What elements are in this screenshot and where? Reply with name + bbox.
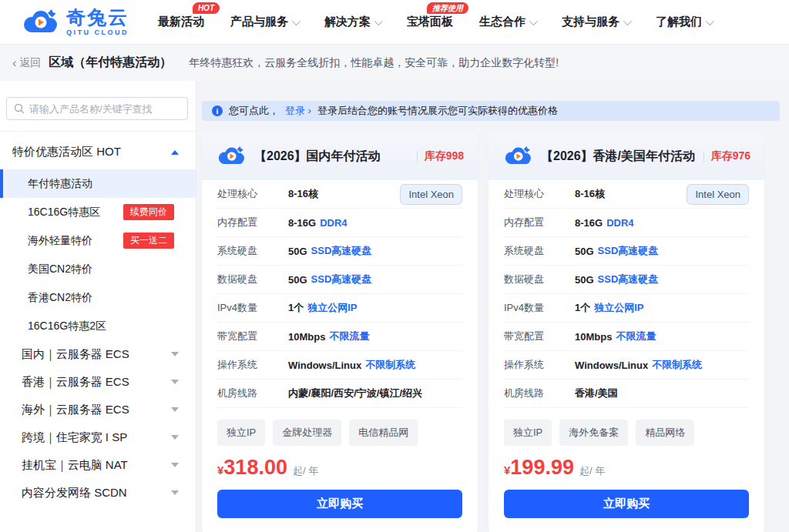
- menu-group-label: 香港｜云服务器 ECS: [22, 375, 129, 390]
- nav-item-about-us[interactable]: 了解我们: [656, 15, 712, 29]
- cloud-logo-icon: [216, 146, 247, 167]
- sidebar-group-domestic-ecs[interactable]: 国内｜云服务器 ECS: [0, 340, 196, 368]
- spec-label: 处理核心: [217, 187, 288, 201]
- product-search[interactable]: [6, 97, 188, 120]
- buy-now-button[interactable]: 立即购买: [504, 490, 749, 518]
- cpu-brand-badge: Intel Xeon: [687, 184, 749, 205]
- hot-badge: HOT: [193, 2, 220, 14]
- nav-item-support[interactable]: 支持与服务: [562, 15, 630, 29]
- feature-tag: 精品网络: [636, 420, 694, 446]
- search-icon: [14, 103, 25, 114]
- card-title: 【2026】香港/美国年付活动: [541, 149, 695, 165]
- nav-item-latest-activity[interactable]: 最新活动 HOT: [158, 15, 204, 29]
- top-navigation: 奇兔云 QITU CLOUD 最新活动 HOT 产品与服务 解决方案 宝塔面板 …: [0, 0, 789, 45]
- spec-label: 系统硬盘: [217, 244, 288, 258]
- spec-label: 内存配置: [217, 216, 288, 229]
- sidebar-item-16c16g-zone2[interactable]: 16C16G特惠2区: [0, 312, 196, 340]
- nav-item-products[interactable]: 产品与服务: [230, 15, 298, 29]
- nav-item-bt-panel[interactable]: 宝塔面板 推荐使用: [407, 15, 453, 29]
- spec-label: 处理核心: [504, 187, 575, 201]
- caret-up-icon: [171, 150, 179, 155]
- spec-label: IPv4数量: [217, 301, 288, 315]
- spec-value: 50G: [288, 274, 307, 286]
- feature-tag: 金牌处理器: [273, 420, 341, 446]
- spec-row-datacenter: 机房线路 香港/美国: [504, 380, 749, 408]
- page-subtitle: 年终特惠狂欢，云服务全线折扣，性能卓越，安全可靠，助力企业数字化转型!: [189, 56, 559, 70]
- section-header-label: 特价优惠活动区 HOT: [12, 145, 121, 159]
- spec-highlight: 独立公网IP: [594, 301, 643, 315]
- sidebar-item-overseas-lite[interactable]: 海外轻量特价 买一送二: [0, 226, 196, 255]
- spec-value: 8-16G: [288, 217, 316, 229]
- search-input[interactable]: [29, 103, 180, 115]
- spec-row-memory: 内存配置 8-16G DDR4: [217, 209, 462, 237]
- spec-highlight: 独立公网IP: [307, 301, 357, 315]
- caret-down-icon: [171, 490, 179, 495]
- spec-label: 带宽配置: [217, 330, 288, 343]
- sidebar-item-us-cn2[interactable]: 美国CN2特价: [0, 255, 196, 283]
- breadcrumb: ‹ 返回 区域（年付特惠活动） 年终特惠狂欢，云服务全线折扣，性能卓越，安全可靠…: [0, 45, 789, 81]
- price-unit: 起/ 年: [579, 464, 605, 478]
- spec-label: 内存配置: [504, 216, 575, 229]
- spec-label: 机房线路: [217, 386, 288, 400]
- page: 奇兔云 QITU CLOUD 最新活动 HOT 产品与服务 解决方案 宝塔面板 …: [0, 0, 789, 532]
- spec-row-os: 操作系统 Windows/Linux 不限制系统: [217, 351, 462, 380]
- spec-list: 处理核心 8-16核 Intel Xeon 内存配置 8-16G DDR4 系统…: [202, 180, 478, 408]
- menu-item-label: 16C16G特惠区: [28, 206, 100, 219]
- spec-label: 系统硬盘: [504, 244, 575, 258]
- recommended-badge: 推荐使用: [427, 2, 468, 14]
- spec-row-data-disk: 数据硬盘 50G SSD高速硬盘: [217, 266, 462, 294]
- nav-item-solutions[interactable]: 解决方案: [324, 15, 381, 29]
- spec-value: 10Mbps: [575, 331, 612, 343]
- sidebar-group-nat[interactable]: 挂机宝｜云电脑 NAT: [0, 451, 196, 479]
- spec-value: Windows/Linux: [288, 360, 361, 371]
- banner-text-suffix: 登录后结合您的账号情况展示您可实际获得的优惠价格: [317, 104, 558, 118]
- brand-name: 奇兔云: [66, 8, 129, 27]
- back-link[interactable]: ‹ 返回: [12, 56, 41, 70]
- spec-list: 处理核心 8-16核 Intel Xeon 内存配置 8-16G DDR4 系统…: [489, 180, 764, 408]
- sidebar-group-isp[interactable]: 跨境｜住宅家宽 I SP: [0, 423, 196, 451]
- cloud-logo-icon: [502, 146, 533, 167]
- nav-label: 生态合作: [479, 15, 525, 29]
- stock-info: 库存976: [703, 149, 750, 163]
- sidebar: 特价优惠活动区 HOT 年付特惠活动 16C16G特惠区 续费同价 海外轻量特价…: [0, 81, 196, 532]
- main-content: i 您可点此， 登录 › 登录后结合您的账号情况展示您可实际获得的优惠价格: [196, 81, 789, 532]
- spec-value: 香港/美国: [575, 386, 618, 400]
- spec-row-system-disk: 系统硬盘 50G SSD高速硬盘: [217, 237, 462, 266]
- sidebar-item-16c16g-zone[interactable]: 16C16G特惠区 续费同价: [0, 198, 196, 226]
- card-title: 【2026】国内年付活动: [254, 149, 381, 165]
- menu-item-label: 年付特惠活动: [28, 177, 92, 191]
- spec-value: 50G: [288, 246, 307, 257]
- caret-down-icon: [171, 435, 179, 440]
- sidebar-group-hk-ecs[interactable]: 香港｜云服务器 ECS: [0, 368, 196, 396]
- nav-item-ecosystem[interactable]: 生态合作: [479, 15, 536, 29]
- menu-item-label: 香港CN2特价: [28, 291, 92, 305]
- sidebar-section-special-offers[interactable]: 特价优惠活动区 HOT: [0, 135, 196, 169]
- stock-count: 库存976: [711, 149, 750, 163]
- divider: [417, 151, 418, 162]
- feature-tag: 独立IP: [504, 420, 552, 446]
- sidebar-item-hk-cn2[interactable]: 香港CN2特价: [0, 283, 196, 312]
- spec-row-datacenter: 机房线路 内蒙/襄阳/西安/宁波/镇江/绍兴: [217, 380, 462, 408]
- buy-now-button[interactable]: 立即购买: [217, 490, 462, 518]
- spec-row-ipv4: IPv4数量 1个 独立公网IP: [504, 294, 749, 323]
- login-link[interactable]: 登录 ›: [285, 104, 311, 118]
- price-amount: 318.00: [223, 457, 287, 478]
- spec-value: 8-16核: [575, 187, 605, 201]
- feature-tags: 独立IP 金牌处理器 电信精品网: [217, 420, 462, 446]
- caret-down-icon: [171, 463, 179, 467]
- sidebar-item-annual-special[interactable]: 年付特惠活动: [0, 169, 196, 198]
- spec-label: 带宽配置: [504, 330, 575, 343]
- price-unit: 起/ 年: [293, 464, 318, 478]
- feature-tag: 海外免备案: [559, 420, 628, 446]
- caret-down-icon: [171, 352, 179, 356]
- sidebar-group-overseas-ecs[interactable]: 海外｜云服务器 ECS: [0, 396, 196, 423]
- main-menu: 最新活动 HOT 产品与服务 解决方案 宝塔面板 推荐使用 生态合作 支持与服务: [158, 15, 712, 29]
- spec-value: 10Mbps: [288, 331, 325, 343]
- login-hint-banner: i 您可点此， 登录 › 登录后结合您的账号情况展示您可实际获得的优惠价格: [202, 101, 780, 121]
- brand-logo[interactable]: 奇兔云 QITU CLOUD: [20, 8, 129, 36]
- brand-subtitle: QITU CLOUD: [66, 28, 129, 36]
- spec-value: Windows/Linux: [575, 360, 648, 371]
- renewal-same-price-badge: 续费同价: [123, 204, 174, 219]
- chevron-down-icon: [529, 16, 538, 25]
- sidebar-group-scdn[interactable]: 内容分发网络 SCDN: [0, 479, 196, 507]
